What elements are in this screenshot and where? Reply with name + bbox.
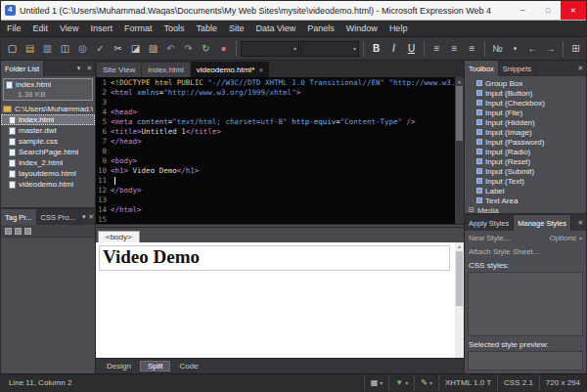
- close-icon[interactable]: ✕: [575, 61, 586, 76]
- paste-icon[interactable]: ▨: [145, 40, 161, 58]
- undo-icon[interactable]: ↶: [162, 40, 179, 58]
- code-line-5[interactable]: 5<meta content="text/html; charset=utf-8…: [96, 117, 464, 127]
- minimize-button[interactable]: ─: [510, 1, 535, 20]
- code-line-11[interactable]: 11: [96, 176, 464, 186]
- menu-view[interactable]: View: [54, 21, 84, 36]
- css-styles-list[interactable]: [468, 272, 583, 336]
- align-right-icon[interactable]: ≡: [464, 40, 480, 58]
- panel-menu-icon[interactable]: ▾: [80, 209, 88, 225]
- tab-toolbox[interactable]: Toolbox: [465, 61, 499, 76]
- scrollbar-thumb[interactable]: [456, 251, 463, 306]
- redo-icon[interactable]: ↷: [180, 40, 197, 58]
- design-heading[interactable]: Video Demo: [99, 245, 450, 271]
- design-scrollbar[interactable]: ▲: [455, 242, 464, 358]
- scroll-up-icon[interactable]: ▲: [457, 243, 462, 250]
- panel-menu-icon[interactable]: ▾: [73, 61, 84, 76]
- tab-tag-pr[interactable]: Tag Pr...: [1, 209, 37, 225]
- menu-help[interactable]: Help: [384, 21, 414, 36]
- code-line-14[interactable]: 14</html>: [96, 205, 464, 215]
- tab-snippets[interactable]: Snippets: [499, 61, 536, 76]
- numbered-list-icon[interactable]: №: [489, 40, 506, 58]
- indent-icon[interactable]: →: [542, 40, 559, 58]
- code-line-8[interactable]: 8: [96, 147, 464, 156]
- file-index-html[interactable]: index.html: [1, 114, 95, 125]
- menu-format[interactable]: Format: [118, 21, 158, 36]
- code-line-6[interactable]: 6<title>Untitled 1</title>: [96, 127, 464, 137]
- align-center-icon[interactable]: ≡: [446, 40, 463, 58]
- set-properties-icon[interactable]: [24, 228, 31, 235]
- close-icon[interactable]: ✕: [258, 66, 263, 73]
- toolbox-item-input-checkbox[interactable]: Input (Checkbox): [465, 98, 586, 108]
- menu-edit[interactable]: Edit: [27, 21, 55, 36]
- code-line-10[interactable]: 10<h1> Video Demo</h1>: [96, 166, 464, 176]
- scrollbar-thumb[interactable]: [456, 86, 463, 141]
- menu-insert[interactable]: Insert: [84, 21, 118, 36]
- bold-icon[interactable]: B: [368, 40, 384, 58]
- doc-tab-site-view[interactable]: Site View: [97, 63, 141, 77]
- attach-style-sheet-button[interactable]: Attach Style Sheet...: [469, 247, 539, 256]
- doc-tab-videodemo-html[interactable]: videodemo.html*✕: [191, 62, 270, 77]
- code-line-7[interactable]: 7</head>: [96, 137, 464, 147]
- code-line-9[interactable]: 9<body>: [96, 156, 464, 166]
- view-split-button[interactable]: Split: [140, 361, 171, 371]
- css-schema-indicator[interactable]: CSS 2.1: [497, 374, 539, 391]
- scroll-up-icon[interactable]: ▲: [458, 78, 461, 85]
- view-code-button[interactable]: Code: [171, 361, 205, 371]
- categorized-view-icon[interactable]: [5, 228, 12, 235]
- breadcrumb-body-tag[interactable]: <body>: [98, 231, 140, 242]
- menu-site[interactable]: Site: [223, 21, 250, 36]
- tab-manage-styles[interactable]: Manage Styles: [514, 215, 571, 231]
- maximize-button[interactable]: □: [535, 1, 561, 20]
- preview-in-browser-icon[interactable]: ◎: [74, 40, 91, 58]
- file-sample-css[interactable]: sample.css: [1, 136, 95, 147]
- visual-aids-toggle[interactable]: ▦ ▾: [364, 374, 389, 391]
- code-line-4[interactable]: 4<head>: [96, 108, 464, 117]
- toolbox-item-input-password[interactable]: Input (Password): [465, 137, 586, 147]
- toolbox-item-input-file[interactable]: Input (File): [465, 108, 586, 117]
- spelling-icon[interactable]: ✓: [92, 40, 109, 58]
- file-index-2-html[interactable]: index_2.html: [1, 157, 95, 168]
- code-view[interactable]: 1<!DOCTYPE html PUBLIC "-//W3C//DTD XHTM…: [96, 77, 464, 224]
- view-design-button[interactable]: Design: [99, 361, 139, 371]
- close-button[interactable]: ✕: [561, 1, 586, 20]
- close-icon[interactable]: ✕: [84, 61, 95, 76]
- style-application-toggle[interactable]: ✎ ▾: [414, 374, 438, 391]
- toolbox-section-media[interactable]: ⊟Media: [465, 205, 586, 213]
- options-button[interactable]: Options: [549, 234, 576, 242]
- code-line-1[interactable]: 1<!DOCTYPE html PUBLIC "-//W3C//DTD XHTM…: [96, 78, 464, 88]
- design-view[interactable]: Video Demo ▲: [96, 242, 464, 358]
- code-line-3[interactable]: 3: [96, 98, 464, 108]
- cut-icon[interactable]: ✂: [110, 40, 126, 58]
- toolbox-item-input-radio[interactable]: Input (Radio): [465, 147, 586, 156]
- bullet-list-icon[interactable]: •: [507, 40, 523, 58]
- menu-data-view[interactable]: Data View: [249, 21, 301, 36]
- close-icon[interactable]: ✕: [575, 215, 586, 231]
- file-videodemo-html[interactable]: videodemo.html: [1, 179, 95, 190]
- code-line-13[interactable]: 13: [96, 196, 464, 205]
- toolbox-item-input-text[interactable]: Input (Text): [465, 176, 586, 186]
- menu-tools[interactable]: Tools: [158, 21, 190, 36]
- stop-icon[interactable]: ●: [215, 40, 232, 58]
- open-icon[interactable]: ▤: [22, 40, 38, 58]
- toolbox-item-input-image[interactable]: Input (Image): [465, 127, 586, 137]
- code-scrollbar[interactable]: ▲: [455, 77, 464, 224]
- toolbox-item-input-submit[interactable]: Input (Submit): [465, 166, 586, 176]
- toolbox-item-input-hidden[interactable]: Input (Hidden): [465, 117, 586, 127]
- print-icon[interactable]: ◫: [57, 40, 73, 58]
- toolbox-item-input-reset[interactable]: Input (Reset): [465, 156, 586, 166]
- code-line-15[interactable]: 15: [96, 215, 464, 224]
- toolbox-item-group-box[interactable]: Group Box: [465, 78, 586, 88]
- doctype-indicator[interactable]: XHTML 1.0 T: [438, 374, 497, 391]
- toolbox-item-text-area[interactable]: Text Area: [465, 196, 586, 205]
- code-line-12[interactable]: 12</body>: [96, 186, 464, 196]
- new-page-icon[interactable]: ▢: [4, 40, 21, 58]
- copy-icon[interactable]: ◪: [127, 40, 144, 58]
- menu-window[interactable]: Window: [340, 21, 384, 36]
- publish-status[interactable]: ▼ ▾: [388, 374, 414, 391]
- refresh-icon[interactable]: ↻: [198, 40, 214, 58]
- page-size-indicator[interactable]: 720 x 294: [539, 374, 586, 391]
- underline-icon[interactable]: U: [403, 40, 420, 58]
- file-layoutdemo-html[interactable]: layoutdemo.html: [1, 168, 95, 179]
- folder-root[interactable]: C:\Users\Muhammad.Waqas\Do: [1, 103, 95, 114]
- align-left-icon[interactable]: ≡: [429, 40, 445, 58]
